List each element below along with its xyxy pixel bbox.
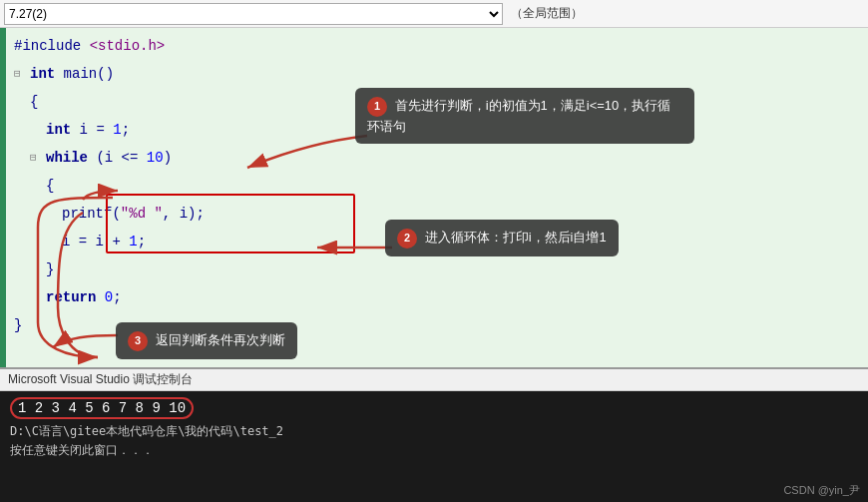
function-select[interactable]: 7.27(2) [4,3,503,25]
code-line-9: } [14,255,860,283]
step3-text: 返回判断条件再次判断 [156,332,285,347]
scope-label: （全局范围） [511,5,583,22]
output-numbers: 1 2 3 4 5 6 7 8 9 10 [10,397,858,419]
console-header: Microsoft Visual Studio 调试控制台 [0,367,868,391]
toolbar: 7.27(2) （全局范围） [0,0,868,28]
step1-text: 首先进行判断，i的初值为1，满足i<=10，执行循环语句 [367,98,670,134]
code-container[interactable]: #include <stdio.h> ⊟int main() { int i =… [6,28,868,367]
annotation-bubble-1: 1 首先进行判断，i的初值为1，满足i<=10，执行循环语句 [355,88,694,144]
step2-circle: 2 [397,229,417,249]
code-line-10: return 0; [14,283,860,311]
code-line-2: ⊟int main() [14,60,860,88]
output-path: D:\C语言\gitee本地代码仓库\我的代码\test_2 [10,423,858,440]
console-area: Microsoft Visual Studio 调试控制台 1 2 3 4 5 … [0,367,868,502]
code-line-1: #include <stdio.h> [14,32,860,60]
annotation-bubble-2: 2 进入循环体：打印i，然后i自增1 [385,220,619,256]
annotation-bubble-3: 3 返回判断条件再次判断 [116,322,297,359]
step3-circle: 3 [128,331,148,351]
output-circle: 1 2 3 4 5 6 7 8 9 10 [10,397,194,419]
code-line-5: ⊟while (i <= 10) [14,144,860,172]
csdn-label: CSDN @yin_尹 [783,483,860,498]
code-line-6: { [14,172,860,200]
console-title: Microsoft Visual Studio 调试控制台 [8,371,193,388]
output-hint: 按任意键关闭此窗口．．． [10,442,858,459]
editor-area: #include <stdio.h> ⊟int main() { int i =… [0,28,868,367]
step1-circle: 1 [367,97,387,117]
step2-text: 进入循环体：打印i，然后i自增1 [425,230,607,245]
collapse-icon-while: ⊟ [30,144,44,172]
collapse-icon: ⊟ [14,60,28,88]
console-body: 1 2 3 4 5 6 7 8 9 10 D:\C语言\gitee本地代码仓库\… [0,391,868,502]
